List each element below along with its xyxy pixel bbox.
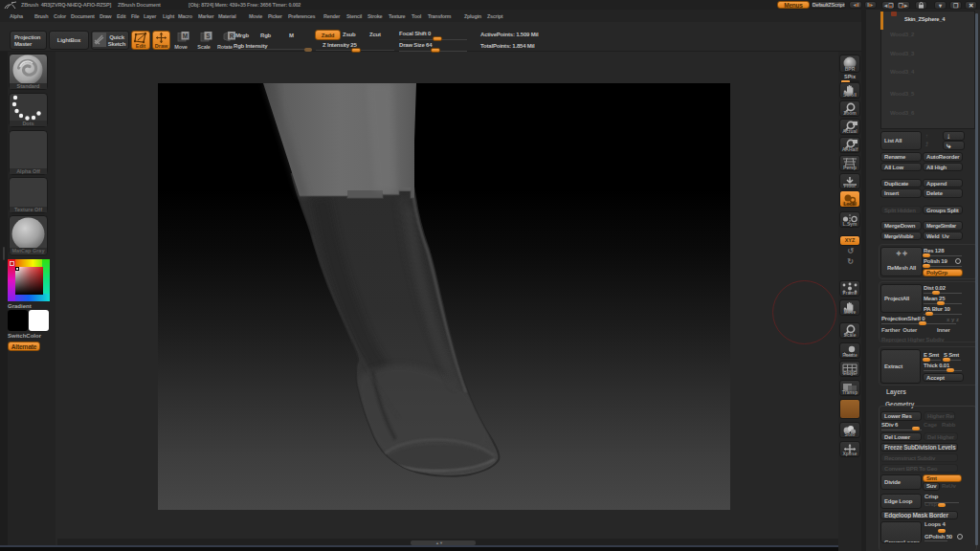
- svg-text:R: R: [230, 33, 234, 39]
- svg-text:M: M: [183, 33, 188, 39]
- svg-text:S: S: [206, 33, 211, 39]
